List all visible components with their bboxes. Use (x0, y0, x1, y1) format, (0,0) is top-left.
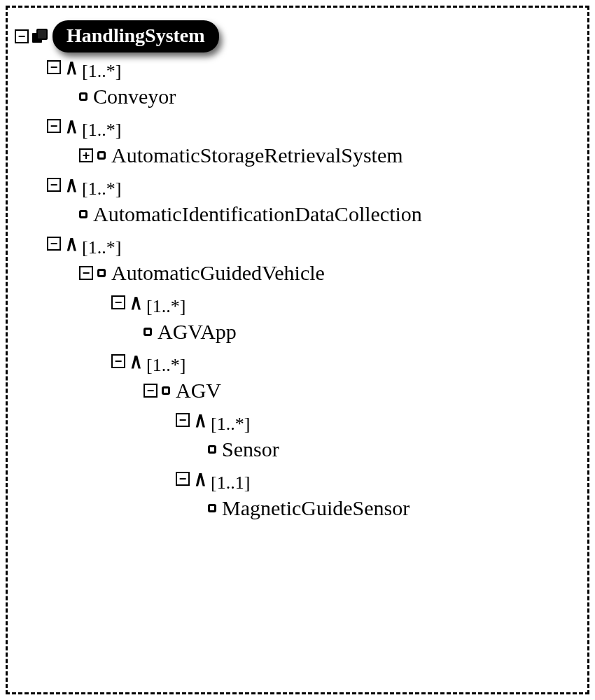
block-icon (97, 151, 106, 160)
node-label: Conveyor (93, 85, 176, 108)
collapse-icon[interactable]: − (79, 266, 93, 280)
cardinality-row: − ∧ [1..*] (47, 111, 580, 141)
node-label: AGV (176, 379, 221, 402)
cardinality-row: − ∧ [1..1] (176, 464, 580, 493)
node-label: AutomaticGuidedVehicle (111, 261, 325, 285)
block-icon (79, 210, 88, 218)
tree-node-row: − AGV (144, 376, 580, 405)
cardinality-row: − ∧ [1..*] (47, 52, 580, 82)
collapse-icon[interactable]: − (47, 237, 61, 251)
collapse-icon[interactable]: − (47, 119, 61, 133)
cardinality-label: [1..*] (211, 414, 250, 435)
cardinality-row: − ∧ [1..*] (47, 170, 580, 200)
up-arrow-icon: ∧ (130, 351, 143, 372)
collapse-icon[interactable]: − (111, 295, 125, 309)
node-label: Sensor (222, 438, 279, 461)
node-label: MagneticGuideSensor (222, 496, 410, 520)
block-icon (208, 445, 216, 454)
block-icon (144, 328, 152, 336)
cardinality-label: [1..*] (82, 61, 121, 82)
cardinality-row: − ∧ [1..*] (111, 288, 580, 317)
up-arrow-icon: ∧ (65, 174, 78, 195)
up-arrow-icon: ∧ (65, 115, 78, 136)
up-arrow-icon: ∧ (65, 57, 78, 78)
node-label: AutomaticStorageRetrievalSystem (111, 144, 403, 167)
block-icon (162, 386, 170, 395)
tree-root-row: − HandlingSystem (15, 20, 580, 52)
cardinality-label: [1..*] (82, 178, 121, 200)
tree-node-row: + AutomaticStorageRetrievalSystem (79, 141, 580, 170)
expand-icon[interactable]: + (79, 148, 93, 162)
package-icon (31, 29, 48, 44)
up-arrow-icon: ∧ (130, 292, 143, 313)
collapse-icon[interactable]: − (47, 178, 61, 192)
node-label: AutomaticIdentificationDataCollection (93, 202, 422, 226)
up-arrow-icon: ∧ (194, 468, 207, 489)
cardinality-label: [1..*] (146, 355, 186, 376)
tree-leaf-row: MagneticGuideSensor (208, 493, 580, 523)
block-icon (79, 92, 88, 101)
cardinality-label: [1..*] (82, 120, 121, 141)
collapse-icon[interactable]: − (15, 29, 29, 43)
tree-leaf-row: AutomaticIdentificationDataCollection (79, 200, 580, 229)
svg-rect-3 (38, 30, 46, 38)
collapse-icon[interactable]: − (111, 354, 125, 368)
tree-leaf-row: AGVApp (144, 317, 580, 346)
tree-leaf-row: Sensor (208, 435, 580, 464)
cardinality-row: − ∧ [1..*] (47, 229, 580, 258)
cardinality-row: − ∧ [1..*] (176, 405, 580, 435)
up-arrow-icon: ∧ (194, 410, 207, 430)
tree-leaf-row: Conveyor (79, 82, 580, 111)
collapse-icon[interactable]: − (144, 384, 158, 398)
node-label: AGVApp (158, 320, 237, 344)
collapse-icon[interactable]: − (47, 60, 61, 74)
cardinality-label: [1..*] (82, 237, 121, 258)
cardinality-label: [1..1] (211, 472, 250, 493)
tree-node-row: − AutomaticGuidedVehicle (79, 258, 580, 288)
collapse-icon[interactable]: − (176, 413, 190, 427)
cardinality-row: − ∧ [1..*] (111, 346, 580, 376)
collapse-icon[interactable]: − (176, 472, 190, 486)
up-arrow-icon: ∧ (65, 233, 78, 254)
tree-container: − HandlingSystem − ∧ [1..*] Conveyor − ∧… (6, 6, 589, 694)
root-label: HandlingSystem (52, 20, 219, 52)
cardinality-label: [1..*] (146, 296, 186, 317)
block-icon (97, 269, 106, 277)
block-icon (208, 504, 216, 512)
